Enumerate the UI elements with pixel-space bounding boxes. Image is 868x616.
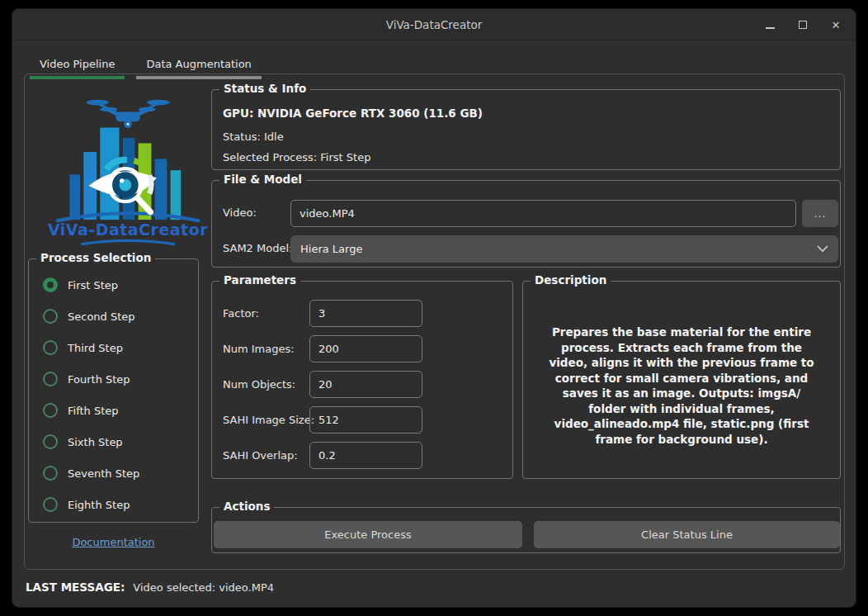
minimize-icon	[766, 27, 775, 29]
radio-label: Third Step	[68, 342, 123, 354]
documentation-link[interactable]: Documentation	[28, 536, 199, 548]
chevron-down-icon	[817, 245, 828, 253]
radio-fifth-step[interactable]: Fifth Step	[43, 402, 119, 419]
eye-magnifier-icon	[89, 159, 157, 211]
app-window: ViVa-DataCreator ✕ Video Pipeline Data A…	[12, 8, 856, 608]
sahi-overlap-input[interactable]	[309, 442, 422, 469]
sam2-model-label: SAM2 Model:	[223, 242, 292, 254]
radio-sixth-step[interactable]: Sixth Step	[43, 434, 123, 450]
num-objects-label: Num Objects:	[223, 371, 295, 398]
process-selection-group: Process Selection First Step Second Step…	[28, 258, 199, 523]
drone-icon	[86, 100, 169, 128]
file-model-group: File & Model Video: ... SAM2 Model: Hier…	[211, 180, 841, 268]
description-text: Prepares the base material for the entir…	[542, 325, 821, 447]
description-title: Description	[531, 273, 611, 287]
radio-label: Second Step	[68, 310, 135, 323]
description-group: Description Prepares the base material f…	[522, 281, 841, 479]
radio-icon	[43, 340, 58, 355]
radio-icon	[43, 403, 58, 418]
status-bar: LAST MESSAGE: Video selected: video.MP4	[26, 580, 274, 594]
radio-third-step[interactable]: Third Step	[43, 339, 123, 356]
browse-button[interactable]: ...	[802, 200, 838, 227]
app-logo: ViVa-DataCreator	[45, 88, 210, 249]
radio-icon	[43, 372, 58, 386]
close-icon: ✕	[832, 19, 841, 31]
sahi-image-size-input[interactable]	[309, 406, 422, 434]
window-title: ViVa-DataCreator	[12, 9, 856, 40]
last-message-text: Video selected: video.MP4	[133, 581, 274, 594]
parameters-title: Parameters	[219, 273, 300, 287]
radio-label: Eighth Step	[68, 499, 130, 511]
logo-text: ViVa-DataCreator	[48, 220, 208, 239]
radio-selected-icon	[43, 277, 58, 292]
selected-process-line: Selected Process: First Step	[223, 151, 370, 163]
radio-icon	[43, 497, 58, 512]
window-controls: ✕	[760, 9, 846, 40]
video-path-input[interactable]	[290, 200, 796, 227]
maximize-icon	[799, 21, 807, 29]
radio-icon	[43, 466, 58, 481]
maximize-button[interactable]	[793, 15, 813, 35]
file-model-title: File & Model	[219, 173, 306, 186]
status-line: Status: Idle	[223, 130, 284, 143]
actions-title: Actions	[219, 500, 274, 513]
factor-input[interactable]	[309, 300, 422, 327]
status-info-group: Status & Info GPU: NVIDIA GeForce RTX 30…	[211, 89, 841, 170]
radio-label: First Step	[68, 279, 118, 291]
gpu-info: GPU: NVIDIA GeForce RTX 3060 (11.6 GB)	[223, 107, 483, 120]
status-info-title: Status & Info	[219, 82, 310, 95]
factor-label: Factor:	[223, 300, 259, 327]
radio-second-step[interactable]: Second Step	[43, 308, 135, 325]
num-images-input[interactable]	[309, 335, 422, 362]
sam2-model-dropdown[interactable]: Hiera Large	[290, 235, 838, 263]
num-images-label: Num Images:	[223, 335, 295, 362]
radio-eighth-step[interactable]: Eighth Step	[43, 496, 130, 513]
radio-label: Fifth Step	[68, 405, 119, 417]
video-label: Video:	[223, 206, 257, 219]
radio-icon	[43, 434, 58, 449]
radio-label: Seventh Step	[68, 467, 139, 480]
process-selection-title: Process Selection	[36, 251, 155, 264]
sahi-image-size-label: SAHI Image Size:	[223, 406, 314, 434]
radio-seventh-step[interactable]: Seventh Step	[43, 465, 139, 481]
sam2-model-value: Hiera Large	[300, 243, 362, 255]
parameters-group: Parameters Factor: Num Images: Num Objec…	[211, 281, 513, 479]
execute-process-button[interactable]: Execute Process	[214, 521, 522, 548]
sahi-overlap-label: SAHI Overlap:	[223, 442, 298, 469]
actions-group: Actions Execute Process Clear Status Lin…	[211, 507, 841, 553]
last-message-label: LAST MESSAGE:	[26, 580, 125, 594]
close-button[interactable]: ✕	[826, 15, 846, 35]
radio-icon	[43, 309, 58, 324]
logo-underline-swoosh	[82, 240, 174, 244]
num-objects-input[interactable]	[309, 371, 422, 398]
radio-fourth-step[interactable]: Fourth Step	[43, 371, 130, 387]
title-bar: ViVa-DataCreator ✕	[12, 9, 856, 40]
minimize-button[interactable]	[760, 15, 780, 35]
clear-status-line-button[interactable]: Clear Status Line	[534, 521, 840, 548]
radio-first-step[interactable]: First Step	[43, 277, 118, 293]
radio-label: Fourth Step	[68, 373, 130, 386]
radio-label: Sixth Step	[68, 436, 123, 448]
